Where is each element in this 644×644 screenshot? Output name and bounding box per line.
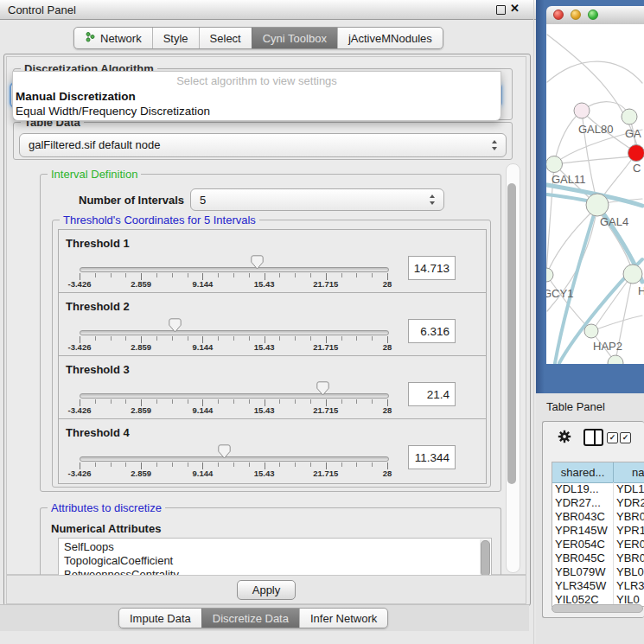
- threshold-value-field[interactable]: 6.316: [408, 319, 456, 343]
- node-label: GAL80: [578, 123, 613, 136]
- gear-icon[interactable]: [557, 429, 572, 444]
- threshold-slider-track[interactable]: [80, 267, 389, 272]
- threshold-label: Threshold 4: [66, 426, 130, 439]
- cell-shared-name: YDL19...: [555, 482, 599, 496]
- node-attribute-table: shared... na YDL19...YDL1YDR27...YDR2YBR…: [552, 462, 644, 607]
- algorithm-option-manual-discretization[interactable]: Manual Discretization: [16, 90, 491, 104]
- cell-name: YDR2: [616, 496, 644, 510]
- table-data-combobox[interactable]: galFiltered.sif default node: [19, 133, 507, 157]
- cell-name: YBL0: [616, 565, 644, 579]
- threshold-panel: Threshold 4 -3.4262.8599.14415.4321.7152…: [58, 418, 487, 484]
- table-row[interactable]: YBR043CYBR0: [552, 510, 644, 524]
- axis-tick-label: 9.144: [193, 342, 214, 352]
- threshold-slider-thumb[interactable]: [251, 255, 264, 270]
- axis-tick-label: 28: [383, 469, 392, 478]
- cell-shared-name: YER054C: [555, 538, 605, 552]
- threshold-slider-thumb[interactable]: [169, 318, 182, 333]
- threshold-value-field[interactable]: 11.344: [408, 445, 456, 469]
- table-horizontal-scrollbar[interactable]: [552, 604, 643, 613]
- checkbox-icon[interactable]: ✓: [607, 432, 618, 443]
- tab-style[interactable]: Style: [152, 28, 199, 48]
- network-node-gal80[interactable]: [574, 103, 590, 118]
- attributes-group: Attributes to discretize Numerical Attri…: [40, 507, 501, 581]
- settings-scrollbar[interactable]: [506, 163, 520, 573]
- network-node-gcy1[interactable]: [546, 268, 553, 282]
- tab-discretize-data[interactable]: Discretize Data: [201, 609, 299, 628]
- network-edge[interactable]: [547, 61, 642, 83]
- tab-jactivemnodules[interactable]: jActiveMNodules: [337, 28, 443, 48]
- table-row[interactable]: YBL079WYBL0: [552, 565, 644, 579]
- attribute-list-item[interactable]: SelfLoops: [59, 539, 491, 554]
- axis-tick-label: 28: [383, 405, 392, 415]
- threshold-slider-track[interactable]: [80, 393, 389, 399]
- network-node-ga[interactable]: [622, 109, 637, 124]
- network-view-canvas[interactable]: GAL80GACGAL11GAL4GCY1HHAP2: [546, 24, 644, 364]
- axis-tick-label: 15.43: [254, 469, 275, 478]
- axis-tick-label: -3.426: [68, 342, 92, 352]
- threshold-slider-track[interactable]: [80, 456, 389, 462]
- group-title-thresholds: Threshold's Coordinates for 5 Intervals: [60, 214, 259, 226]
- axis-tick-label: -3.426: [68, 469, 92, 478]
- attribute-list-item[interactable]: TopologicalCoefficient: [59, 554, 491, 568]
- close-icon[interactable]: ✕: [510, 2, 520, 15]
- close-traffic-light-icon[interactable]: [553, 10, 564, 20]
- cell-shared-name: YPR145W: [555, 524, 608, 538]
- tab-label: Network: [100, 32, 142, 45]
- table-row[interactable]: YLR345WYLR3: [552, 579, 644, 593]
- number-of-intervals-label: Number of Intervals: [79, 194, 184, 207]
- axis-tick-label: 28: [383, 342, 392, 352]
- number-of-intervals-value: 5: [200, 194, 206, 207]
- network-window-titlebar: [546, 6, 644, 25]
- tab-network[interactable]: Network: [74, 28, 152, 48]
- table-row[interactable]: YER054CYER0: [552, 538, 644, 552]
- tab-label: Style: [163, 32, 188, 45]
- threshold-slider-thumb[interactable]: [218, 444, 231, 459]
- algorithm-dropdown-popup: Select algorithm to view settings Manual…: [12, 71, 501, 121]
- float-window-icon[interactable]: [496, 5, 506, 15]
- network-node-c[interactable]: [628, 145, 644, 162]
- network-node-gal11[interactable]: [546, 156, 563, 173]
- threshold-panel: Threshold 2 -3.4262.8599.14415.4321.7152…: [58, 292, 487, 358]
- threshold-slider-thumb[interactable]: [316, 381, 329, 396]
- threshold-label: Threshold 3: [66, 363, 130, 376]
- column-header-shared-name[interactable]: shared...: [552, 462, 614, 482]
- zoom-traffic-light-icon[interactable]: [588, 10, 598, 20]
- settings-scrollbar-thumb[interactable]: [507, 183, 516, 484]
- attributes-list-scrollbar-thumb[interactable]: [481, 540, 490, 577]
- axis-tick-label: 21.715: [313, 405, 338, 415]
- attributes-list-scrollbar[interactable]: [480, 539, 490, 577]
- tab-label: Discretize Data: [213, 612, 289, 625]
- axis-tick-label: 9.144: [193, 279, 214, 289]
- network-node-gal4[interactable]: [586, 194, 609, 216]
- network-edge[interactable]: [554, 111, 582, 164]
- tab-impute-data[interactable]: Impute Data: [119, 609, 201, 628]
- tab-cyni-toolbox[interactable]: Cyni Toolbox: [252, 28, 337, 48]
- table-row[interactable]: YDR27...YDR2: [552, 496, 644, 510]
- axis-tick-label: 21.715: [313, 342, 338, 352]
- numerical-attributes-list: SelfLoopsTopologicalCoefficientBetweenne…: [58, 538, 492, 579]
- threshold-panel: Threshold 3 -3.4262.8599.14415.4321.7152…: [58, 355, 487, 421]
- threshold-value-field[interactable]: 14.713: [408, 256, 456, 280]
- number-of-intervals-combobox[interactable]: 5: [190, 188, 444, 211]
- minimize-traffic-light-icon[interactable]: [571, 10, 581, 20]
- network-node-h[interactable]: [623, 265, 642, 284]
- cell-shared-name: YLR345W: [555, 579, 606, 593]
- group-title-interval: Interval Definition: [48, 168, 141, 181]
- table-row[interactable]: YDL19...YDL1: [552, 482, 644, 496]
- network-node[interactable]: [608, 355, 623, 364]
- tab-select[interactable]: Select: [199, 28, 252, 48]
- algorithm-option-equal-width-frequency-discretization[interactable]: Equal Width/Frequency Discretization: [16, 105, 491, 118]
- checkbox-icon[interactable]: ✓: [620, 432, 631, 443]
- tab-label: Cyni Toolbox: [263, 32, 327, 45]
- tab-infer-network[interactable]: Infer Network: [299, 609, 387, 628]
- table-row[interactable]: YBR045CYBR0: [552, 552, 644, 565]
- apply-button[interactable]: Apply: [237, 580, 296, 600]
- numerical-attributes-label: Numerical Attributes: [51, 522, 161, 535]
- network-node-hap2[interactable]: [584, 324, 598, 338]
- table-row[interactable]: YPR145WYPR1: [552, 524, 644, 538]
- threshold-value-field[interactable]: 21.4: [408, 382, 456, 406]
- threshold-slider-track[interactable]: [80, 330, 389, 335]
- column-header-name[interactable]: na: [632, 462, 644, 482]
- split-table-icon[interactable]: [583, 429, 603, 446]
- table-data-group: Table Data galFiltered.sif default node: [13, 122, 513, 160]
